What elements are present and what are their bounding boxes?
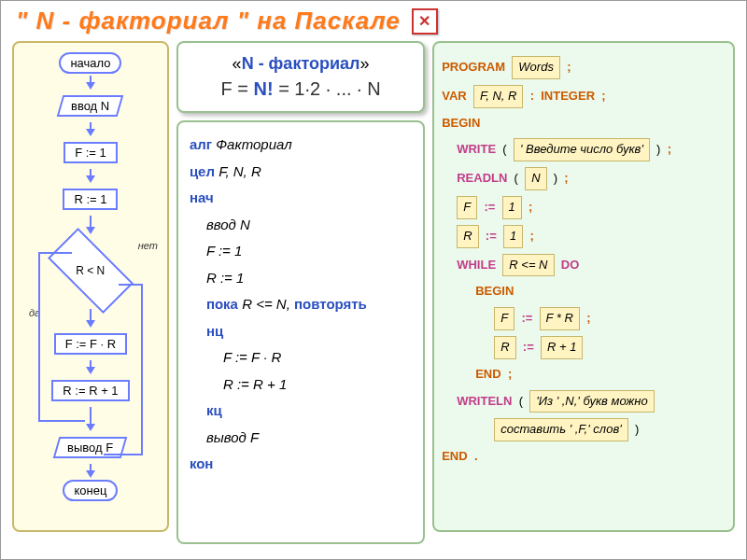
pascal-program-line: PROGRAM Words ; bbox=[442, 56, 726, 79]
flowchart-no-label: нет bbox=[138, 240, 158, 251]
pascal-while-line: WHILE R <= N DO bbox=[442, 254, 726, 277]
middle-column: «N - факториал» F = N! = 1·2 · ... · N а… bbox=[176, 41, 425, 544]
pascal-r-init-line: R := 1 ; bbox=[442, 225, 726, 248]
pascal-write-line: WRITE ( ' Введите число букв' ) ; bbox=[442, 138, 726, 161]
flowchart-input: ввод N bbox=[57, 95, 124, 117]
pascal-loop-r-line: R := R + 1 bbox=[442, 336, 726, 359]
pascal-writeln-line: WRITELN ( 'Из ' ,N,' букв можно bbox=[442, 390, 726, 413]
pascal-var-line: VAR F, N, R : INTEGER ; bbox=[442, 85, 726, 108]
flowchart-loop-r: R := R + 1 bbox=[51, 380, 129, 401]
formula-title: «N - факториал» bbox=[186, 52, 416, 76]
pascal-loop-f-line: F := F * R ; bbox=[442, 307, 726, 330]
flowchart-decision: R < N bbox=[48, 228, 134, 314]
pascal-panel: PROGRAM Words ; VAR F, N, R : INTEGER ; … bbox=[432, 41, 735, 532]
formula-expr: F = N! = 1·2 · ... · N bbox=[186, 76, 416, 102]
flowchart-r-init: R := 1 bbox=[63, 189, 118, 210]
content-row: начало ввод N F := 1 R := 1 R < N нет да… bbox=[7, 41, 740, 544]
pascal-readln-line: READLN ( N ) ; bbox=[442, 167, 726, 190]
algorithm-box: алг Факториал цел F, N, R нач ввод N F :… bbox=[176, 120, 425, 544]
slide: " N - факториал " на Паскале ✕ начало вв… bbox=[0, 0, 747, 560]
close-icon[interactable]: ✕ bbox=[412, 8, 438, 35]
title-row: " N - факториал " на Паскале ✕ bbox=[7, 5, 740, 41]
slide-title: " N - факториал " на Паскале bbox=[16, 7, 401, 35]
flowchart-end: конец bbox=[63, 480, 118, 501]
flowchart-panel: начало ввод N F := 1 R := 1 R < N нет да… bbox=[12, 41, 169, 532]
flowchart-loop-f: F := F · R bbox=[54, 333, 128, 355]
flowchart-f-init: F := 1 bbox=[63, 142, 118, 163]
flowchart: начало ввод N F := 1 R := 1 R < N нет да… bbox=[51, 50, 130, 503]
formula-box: «N - факториал» F = N! = 1·2 · ... · N bbox=[176, 41, 425, 113]
pascal-f-init-line: F := 1 ; bbox=[442, 196, 726, 219]
flowchart-start: начало bbox=[59, 52, 121, 74]
